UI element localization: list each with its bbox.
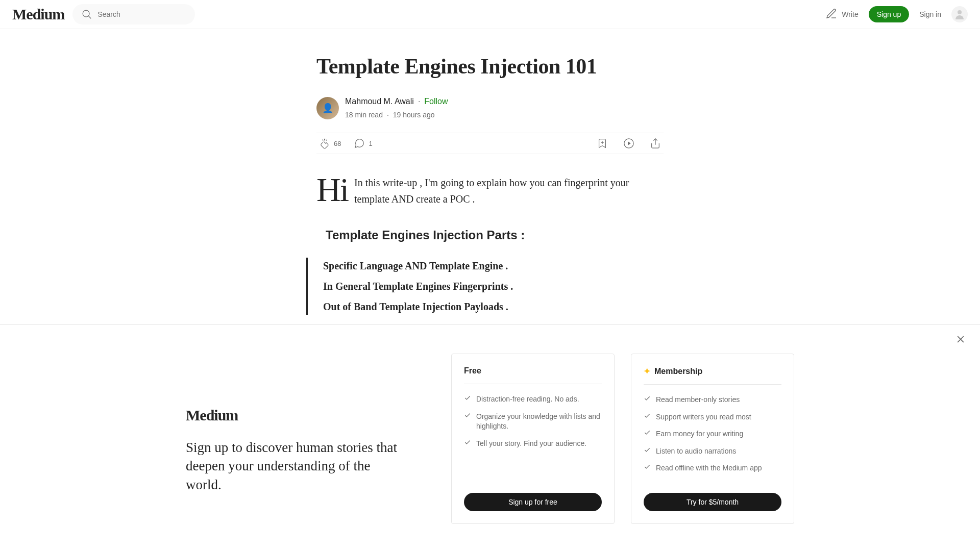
feature-text: Read member-only stories	[656, 395, 740, 405]
signup-free-button[interactable]: Sign up for free	[464, 493, 602, 511]
check-icon	[644, 412, 651, 422]
check-icon	[464, 412, 471, 432]
share-button[interactable]	[649, 137, 662, 149]
svg-point-2	[958, 10, 962, 14]
banner-tagline: Sign up to discover human stories that d…	[186, 438, 400, 494]
feature-text: Support writers you read most	[656, 412, 751, 422]
intro-paragraph: In this write-up , I'm going to explain …	[354, 174, 664, 207]
search-box[interactable]	[72, 4, 195, 24]
comment-button[interactable]: 1	[353, 137, 372, 149]
follow-link[interactable]: Follow	[424, 95, 448, 108]
banner-logo: Medium	[186, 407, 421, 424]
check-icon	[644, 463, 651, 473]
plan-membership: ✦ Membership Read member-only stories Su…	[631, 354, 794, 524]
plan-free: Free Distraction-free reading. No ads. O…	[451, 354, 615, 524]
check-icon	[464, 394, 471, 405]
separator-dot: ·	[387, 110, 389, 120]
signup-button[interactable]: Sign up	[869, 6, 909, 22]
feature-text: Listen to audio narrations	[656, 446, 736, 457]
signup-banner: Medium Sign up to discover human stories…	[0, 324, 980, 551]
write-label: Write	[842, 10, 858, 18]
article-body: Hi In this write-up , I'm going to expla…	[316, 174, 664, 314]
comment-icon	[353, 137, 365, 149]
medium-logo[interactable]: Medium	[12, 6, 64, 23]
banner-left: Medium Sign up to discover human stories…	[186, 354, 421, 494]
feature-text: Read offline with the Medium app	[656, 463, 762, 473]
check-icon	[464, 439, 471, 449]
search-icon	[81, 8, 92, 20]
plan-title: Membership	[654, 367, 702, 376]
signin-link[interactable]: Sign in	[919, 10, 941, 18]
dropcap: Hi	[316, 174, 348, 207]
write-icon	[825, 8, 838, 21]
star-icon: ✦	[644, 366, 650, 376]
write-link[interactable]: Write	[825, 8, 858, 21]
header-right: Write Sign up Sign in	[825, 6, 968, 22]
article: Template Engines Injection 101 👤 Mahmoud…	[316, 29, 664, 315]
svg-point-0	[83, 10, 89, 17]
check-icon	[644, 395, 651, 405]
search-input[interactable]	[97, 10, 187, 18]
list-item: In General Template Engines Fingerprints…	[323, 278, 664, 294]
clap-button[interactable]: 68	[318, 137, 341, 149]
separator-dot: ·	[418, 95, 420, 108]
read-time: 18 min read	[345, 110, 383, 120]
try-membership-button[interactable]: Try for $5/month	[644, 493, 781, 511]
parts-list: Specific Language AND Template Engine . …	[306, 258, 664, 315]
feature-text: Organize your knowledge with lists and h…	[476, 412, 602, 432]
header: Medium Write Sign up Sign in	[0, 0, 980, 29]
clap-icon	[318, 137, 331, 149]
svg-line-1	[88, 16, 91, 18]
feature-text: Earn money for your writing	[656, 429, 743, 439]
listen-button[interactable]	[623, 137, 635, 149]
published-time: 19 hours ago	[393, 110, 435, 120]
bookmark-button[interactable]	[596, 137, 608, 149]
feature-text: Tell your story. Find your audience.	[476, 439, 586, 449]
author-name[interactable]: Mahmoud M. Awali	[345, 95, 414, 108]
svg-marker-6	[628, 142, 631, 145]
comment-count: 1	[369, 140, 372, 147]
article-title: Template Engines Injection 101	[316, 54, 664, 79]
check-icon	[644, 429, 651, 439]
feature-text: Distraction-free reading. No ads.	[476, 394, 579, 405]
list-item: Out of Band Template Injection Payloads …	[323, 298, 664, 315]
check-icon	[644, 446, 651, 457]
actions-bar: 68 1	[316, 133, 664, 154]
plan-title: Free	[464, 366, 481, 375]
close-button[interactable]	[955, 334, 968, 346]
list-item: Specific Language AND Template Engine .	[323, 258, 664, 274]
author-info: Mahmoud M. Awali · Follow 18 min read · …	[345, 95, 448, 120]
clap-count: 68	[334, 140, 341, 147]
author-row: 👤 Mahmoud M. Awali · Follow 18 min read …	[316, 95, 664, 120]
plans: Free Distraction-free reading. No ads. O…	[451, 354, 794, 524]
subheading: Template Engines Injection Parts :	[326, 226, 664, 245]
avatar[interactable]	[951, 6, 968, 22]
author-avatar[interactable]: 👤	[316, 97, 339, 119]
